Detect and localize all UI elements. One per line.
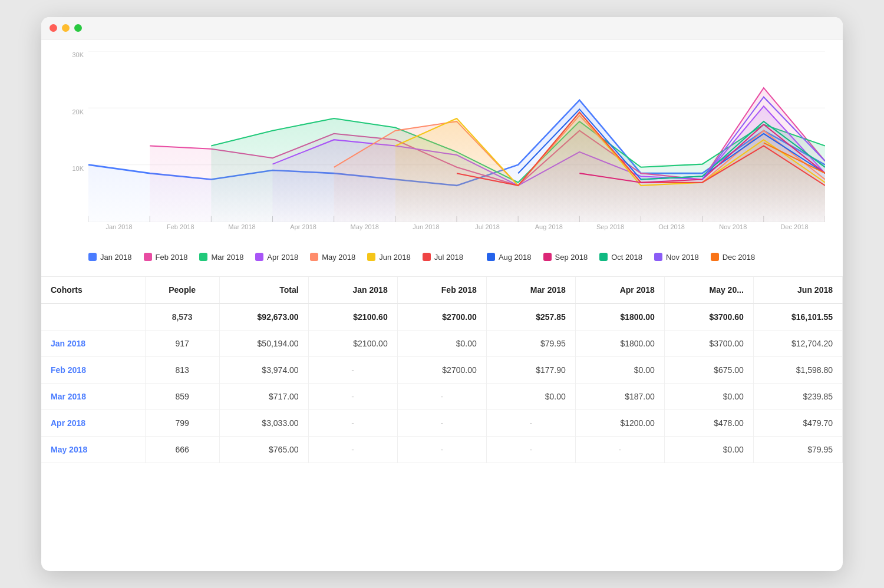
legend-swatch-may (310, 253, 318, 261)
th-cohorts: Cohorts (41, 277, 145, 303)
legend-nov[interactable]: Nov 2018 (654, 252, 699, 262)
row-feb-may: $675.00 (664, 357, 753, 384)
th-feb: Feb 2018 (397, 277, 486, 303)
x-label-apr: Apr 2018 (273, 223, 334, 240)
data-table-wrapper: Cohorts People Total Jan 2018 Feb 2018 M… (41, 276, 843, 463)
row-feb-apr: $0.00 (575, 357, 664, 384)
row-mar-people: 859 (145, 384, 219, 410)
chart-container: 30K 20K 10K (41, 39, 843, 276)
minimize-button[interactable] (62, 24, 70, 32)
row-apr-mar: - (486, 410, 575, 437)
legend-apr[interactable]: Apr 2018 (255, 252, 298, 262)
y-axis: 30K 20K 10K (59, 51, 88, 222)
row-jan-may: $3700.00 (664, 331, 753, 357)
legend-jan[interactable]: Jan 2018 (88, 252, 132, 262)
th-may: May 20... (664, 277, 753, 303)
table-row: Jan 2018 917 $50,194.00 $2100.00 $0.00 $… (41, 331, 843, 357)
y-label-30k: 30K (72, 51, 84, 58)
row-apr-jun: $479.70 (753, 410, 842, 437)
summary-apr: $1800.00 (575, 303, 664, 331)
legend-label-jul: Jul 2018 (434, 253, 463, 262)
legend-mar[interactable]: Mar 2018 (199, 252, 243, 262)
legend-label-dec: Dec 2018 (723, 253, 756, 262)
legend-label-feb: Feb 2018 (156, 253, 188, 262)
th-people: People (145, 277, 219, 303)
summary-total: $92,673.00 (219, 303, 308, 331)
summary-jan: $2100.60 (308, 303, 397, 331)
table-row: Apr 2018 799 $3,033.00 - - - $1200.00 $4… (41, 410, 843, 437)
row-feb-cohort: Feb 2018 (41, 357, 145, 384)
legend-swatch-mar (199, 253, 207, 261)
legend-swatch-nov (654, 253, 662, 261)
legend-feb[interactable]: Feb 2018 (144, 252, 188, 262)
legend-jun[interactable]: Jun 2018 (367, 252, 411, 262)
x-label-jan: Jan 2018 (88, 223, 150, 240)
legend-oct[interactable]: Oct 2018 (599, 252, 642, 262)
row-may-jun: $79.95 (753, 437, 842, 463)
row-jan-feb: $0.00 (397, 331, 486, 357)
row-feb-feb: $2700.00 (397, 357, 486, 384)
y-label-10k: 10K (72, 165, 84, 172)
legend-label-aug: Aug 2018 (499, 253, 532, 262)
x-label-aug: Aug 2018 (518, 223, 579, 240)
legend-label-apr: Apr 2018 (267, 253, 298, 262)
close-button[interactable] (50, 24, 57, 32)
row-jan-jan: $2100.00 (308, 331, 397, 357)
row-apr-jan: - (308, 410, 397, 437)
legend-jul[interactable]: Jul 2018 (423, 252, 463, 262)
table-row: May 2018 666 $765.00 - - - - $0.00 $79.9… (41, 437, 843, 463)
row-jan-jun: $12,704.20 (753, 331, 842, 357)
legend-swatch-oct (599, 253, 608, 261)
legend-swatch-jun (367, 253, 375, 261)
legend-aug[interactable]: Aug 2018 (487, 252, 532, 262)
row-apr-cohort: Apr 2018 (41, 410, 145, 437)
chart-legend: Jan 2018 Feb 2018 Mar 2018 Apr 2018 May … (59, 246, 825, 270)
row-feb-total: $3,974.00 (219, 357, 308, 384)
row-mar-jun: $239.85 (753, 384, 842, 410)
row-may-mar: - (486, 437, 575, 463)
legend-sep[interactable]: Sep 2018 (543, 252, 588, 262)
summary-mar: $257.85 (486, 303, 575, 331)
legend-dec[interactable]: Dec 2018 (711, 252, 756, 262)
legend-swatch-apr (255, 253, 263, 261)
row-apr-people: 799 (145, 410, 219, 437)
legend-label-jan: Jan 2018 (100, 253, 132, 262)
cohorts-table: Cohorts People Total Jan 2018 Feb 2018 M… (41, 277, 843, 463)
th-apr: Apr 2018 (575, 277, 664, 303)
x-label-dec: Dec 2018 (764, 223, 825, 240)
legend-label-sep: Sep 2018 (555, 253, 588, 262)
row-feb-people: 813 (145, 357, 219, 384)
x-label-jul: Jul 2018 (457, 223, 518, 240)
legend-swatch-jul (423, 253, 431, 261)
legend-label-jun: Jun 2018 (379, 253, 411, 262)
th-jan: Jan 2018 (308, 277, 397, 303)
summary-may: $3700.60 (664, 303, 753, 331)
table-row: Mar 2018 859 $717.00 - - $0.00 $187.00 $… (41, 384, 843, 410)
legend-label-mar: Mar 2018 (211, 253, 243, 262)
row-apr-may: $478.00 (664, 410, 753, 437)
summary-people: 8,573 (145, 303, 219, 331)
x-label-oct: Oct 2018 (641, 223, 702, 240)
maximize-button[interactable] (74, 24, 82, 32)
row-apr-feb: - (397, 410, 486, 437)
main-window: 30K 20K 10K (41, 17, 843, 571)
row-mar-mar: $0.00 (486, 384, 575, 410)
th-mar: Mar 2018 (486, 277, 575, 303)
legend-swatch-sep (543, 253, 552, 261)
line-chart (88, 51, 825, 222)
x-label-jun: Jun 2018 (395, 223, 457, 240)
summary-row: 8,573 $92,673.00 $2100.60 $2700.00 $257.… (41, 303, 843, 331)
summary-cohort (41, 303, 145, 331)
row-may-apr: - (575, 437, 664, 463)
legend-label-nov: Nov 2018 (666, 253, 699, 262)
chart-area: 30K 20K 10K (59, 51, 825, 240)
legend-swatch-feb (144, 253, 152, 261)
legend-may[interactable]: May 2018 (310, 252, 355, 262)
legend-swatch-aug (487, 253, 495, 261)
y-label-20k: 20K (72, 108, 84, 115)
x-label-mar: Mar 2018 (211, 223, 272, 240)
legend-swatch-jan (88, 253, 97, 261)
row-jan-apr: $1800.00 (575, 331, 664, 357)
table-header-row: Cohorts People Total Jan 2018 Feb 2018 M… (41, 277, 843, 303)
summary-jun: $16,101.55 (753, 303, 842, 331)
